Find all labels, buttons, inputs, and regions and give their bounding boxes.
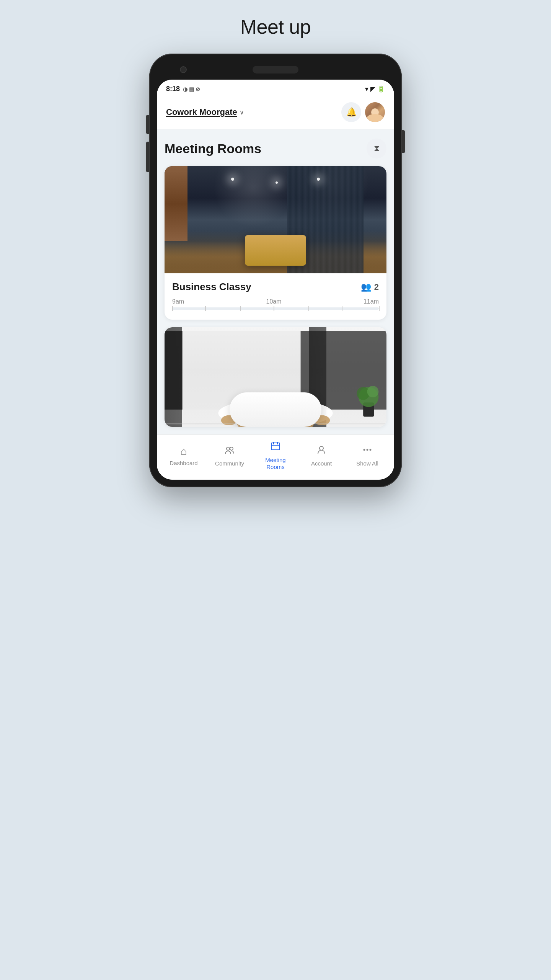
sd-card-icon: ▤ — [189, 86, 194, 92]
main-content: Meeting Rooms ⧗ Business C — [157, 129, 394, 427]
status-right: ▾ ◤ 🔋 — [365, 85, 385, 93]
svg-point-26 — [320, 446, 323, 450]
battery-icon: 🔋 — [377, 85, 385, 93]
home-icon: ⌂ — [181, 445, 187, 457]
room-info-1: Business Classy 👥 2 9am 10am 11am — [165, 273, 386, 320]
meeting-rooms-icon — [270, 441, 281, 454]
nav-item-account[interactable]: Account — [298, 444, 344, 467]
section-header: Meeting Rooms ⧗ — [165, 139, 386, 158]
volume-up-button — [146, 115, 149, 134]
svg-point-27 — [364, 449, 365, 451]
nav-item-show-all[interactable]: Show All — [344, 444, 390, 467]
status-bar: 8:18 ◑ ▤ ⊘ ▾ ◤ 🔋 — [157, 80, 394, 97]
timeline-bar-1 — [172, 307, 379, 310]
svg-point-6 — [255, 421, 271, 427]
notification-button[interactable]: 🔔 — [341, 102, 361, 122]
svg-point-21 — [230, 447, 233, 450]
tick-4 — [308, 306, 309, 311]
svg-point-7 — [280, 421, 296, 427]
user-avatar-button[interactable] — [365, 102, 385, 122]
nav-label-show-all: Show All — [356, 460, 378, 467]
status-time: 8:18 — [166, 85, 180, 93]
nav-item-dashboard[interactable]: ⌂ Dashboard — [161, 445, 207, 467]
nav-label-account: Account — [311, 460, 332, 467]
svg-point-15 — [359, 387, 378, 407]
sync-icon: ⊘ — [196, 86, 200, 92]
svg-rect-2 — [183, 331, 301, 410]
svg-rect-22 — [271, 443, 280, 450]
time-label-11am: 11am — [364, 298, 379, 305]
svg-point-16 — [357, 387, 370, 400]
room-name-row-1: Business Classy 👥 2 — [172, 281, 379, 293]
tick-2 — [240, 306, 241, 311]
svg-point-5 — [237, 419, 253, 427]
filter-button[interactable]: ⧗ — [367, 139, 386, 158]
svg-point-20 — [227, 447, 230, 450]
room-image-1 — [165, 166, 386, 273]
svg-point-3 — [218, 399, 333, 427]
location-selector[interactable]: Cowork Moorgate ∨ — [166, 107, 244, 117]
power-button — [402, 130, 405, 153]
capacity-badge-1: 👥 2 — [361, 282, 379, 292]
phone-top-bar — [157, 61, 394, 80]
room-name-1: Business Classy — [172, 281, 251, 293]
nav-item-community[interactable]: Community — [207, 444, 253, 467]
timeline-labels-1: 9am 10am 11am — [172, 298, 379, 305]
phone-speaker — [253, 66, 298, 74]
svg-rect-12 — [261, 400, 267, 405]
svg-point-17 — [367, 386, 378, 397]
svg-point-4 — [221, 415, 237, 425]
room-card-1[interactable]: Business Classy 👥 2 9am 10am 11am — [165, 166, 386, 320]
time-label-10am: 10am — [266, 298, 282, 305]
nav-item-meeting-rooms[interactable]: MeetingRooms — [253, 441, 298, 470]
panel-left — [165, 166, 187, 241]
status-left: 8:18 ◑ ▤ ⊘ — [166, 85, 200, 93]
piechart-icon: ◑ — [183, 86, 187, 92]
tick-3 — [274, 306, 274, 311]
svg-point-11 — [246, 396, 253, 403]
nav-label-meeting-rooms: MeetingRooms — [265, 457, 285, 470]
filter-icon: ⧗ — [374, 144, 380, 154]
svg-point-28 — [367, 449, 368, 451]
time-label-9am: 9am — [172, 298, 184, 305]
more-icon — [362, 444, 373, 458]
ceiling-light-1 — [231, 178, 234, 181]
volume-down-button — [146, 142, 149, 172]
nav-label-community: Community — [215, 460, 244, 467]
wifi-icon: ▾ — [365, 85, 368, 93]
nav-label-dashboard: Dashboard — [170, 460, 197, 467]
location-name: Cowork Moorgate — [166, 107, 237, 117]
capacity-count-1: 2 — [374, 282, 379, 292]
section-title: Meeting Rooms — [165, 141, 261, 156]
svg-point-8 — [298, 419, 314, 427]
svg-point-29 — [370, 449, 372, 451]
app-title: Meet up — [240, 15, 311, 38]
tick-start — [172, 306, 173, 311]
tick-end — [379, 306, 380, 311]
room-image-2 — [165, 327, 386, 427]
phone-screen: 8:18 ◑ ▤ ⊘ ▾ ◤ 🔋 Cowork Moorgate ∨ — [157, 80, 394, 480]
app-header: Cowork Moorgate ∨ 🔔 — [157, 97, 394, 129]
room-card-2[interactable] — [165, 327, 386, 427]
ceiling-light-2 — [317, 178, 320, 181]
signal-icon: ◤ — [370, 85, 375, 93]
svg-rect-1 — [300, 331, 386, 410]
account-icon — [316, 444, 327, 458]
status-icons: ◑ ▤ ⊘ — [183, 86, 200, 92]
header-actions: 🔔 — [341, 102, 385, 122]
svg-rect-10 — [247, 400, 253, 405]
phone-device: 8:18 ◑ ▤ ⊘ ▾ ◤ 🔋 Cowork Moorgate ∨ — [149, 54, 402, 487]
tick-5 — [342, 306, 342, 311]
ceiling-light-3 — [276, 181, 278, 184]
svg-rect-0 — [165, 331, 183, 410]
timeline-1: 9am 10am 11am — [172, 298, 379, 316]
svg-point-13 — [261, 396, 268, 403]
svg-point-9 — [314, 415, 330, 425]
tick-1 — [205, 306, 206, 311]
bell-icon: 🔔 — [346, 107, 357, 117]
people-icon-1: 👥 — [361, 282, 371, 292]
front-camera — [180, 66, 187, 73]
room-svg-2 — [165, 327, 386, 427]
room-curtains — [287, 166, 364, 273]
chevron-down-icon: ∨ — [240, 109, 244, 116]
